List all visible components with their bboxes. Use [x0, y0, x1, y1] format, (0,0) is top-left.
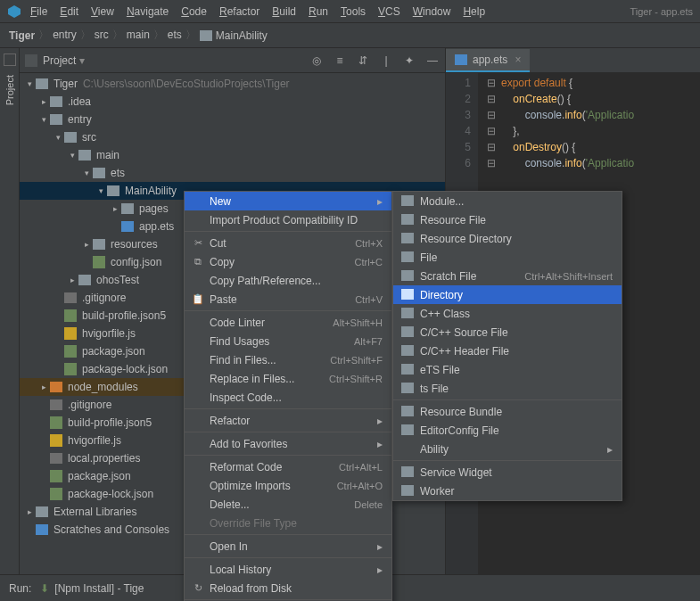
sort-icon[interactable]: ≡	[333, 54, 347, 67]
tree-label: ets	[111, 167, 125, 179]
run-task: [Npm Install] - Tige	[54, 582, 144, 595]
breadcrumb-last[interactable]: MainAbility	[216, 29, 268, 42]
menu-help[interactable]: Help	[463, 5, 485, 18]
menu-item-new[interactable]: New▸	[185, 192, 391, 210]
menu-edit[interactable]: Edit	[60, 5, 78, 18]
tab-label: app.ets	[473, 54, 507, 66]
menu-vcs[interactable]: VCS	[378, 5, 400, 18]
menu-item-ts-file[interactable]: ts File	[393, 379, 622, 398]
breadcrumb-part[interactable]: main	[127, 29, 150, 41]
file-icon	[50, 488, 62, 500]
menu-tools[interactable]: Tools	[341, 5, 366, 18]
menu-item-find-in-files-[interactable]: Find in Files...Ctrl+Shift+F	[185, 350, 391, 369]
project-icon	[25, 54, 37, 67]
menu-item-c-c-header-file[interactable]: C/C++ Header File	[393, 342, 622, 360]
sidebar-toolbar: ◎ ≡ ⇵ | ✦ —	[309, 54, 440, 67]
menu-item-c-class[interactable]: C++ Class	[393, 304, 622, 323]
window-subtitle: Tiger - app.ets	[630, 6, 693, 17]
expand-icon[interactable]: ⇵	[356, 54, 370, 67]
folder-icon	[200, 30, 212, 41]
download-icon[interactable]: ⬇	[40, 582, 49, 595]
title-bar: FileEditViewNavigateCodeRefactorBuildRun…	[0, 0, 700, 23]
menu-item-copy[interactable]: ⧉CopyCtrl+C	[185, 252, 391, 271]
gutter-icon[interactable]	[4, 54, 16, 66]
menu-item-file[interactable]: File	[393, 248, 622, 267]
file-icon	[64, 309, 77, 322]
tree-item-idea[interactable]: ▸.idea	[20, 93, 445, 111]
tree-item-entry[interactable]: ▾entry	[20, 111, 445, 128]
close-icon[interactable]: ×	[515, 54, 521, 66]
menu-item-replace-in-files-[interactable]: Replace in Files...Ctrl+Shift+R	[185, 369, 391, 388]
chevron-down-icon[interactable]: ▾	[79, 54, 85, 67]
menu-item-import-product-compatibility-id[interactable]: Import Product Compatibility ID	[185, 210, 391, 229]
menu-item-delete-[interactable]: Delete...Delete	[185, 495, 391, 514]
menu-item-copy-path-reference-[interactable]: Copy Path/Reference...	[185, 271, 391, 290]
menu-run[interactable]: Run	[309, 5, 328, 18]
tree-item-root[interactable]: ▾TigerC:\Users\soonl\DevEcoStudioProject…	[20, 75, 445, 93]
menu-item-optimize-imports[interactable]: Optimize ImportsCtrl+Alt+O	[185, 476, 391, 495]
menu-item-resource-bundle[interactable]: Resource Bundle	[393, 402, 622, 421]
tree-label: .idea	[68, 95, 91, 108]
menu-item-open-in[interactable]: Open In▸	[185, 537, 391, 556]
menu-item-paste[interactable]: 📋PasteCtrl+V	[185, 290, 391, 309]
menu-item-ets-file[interactable]: eTS File	[393, 360, 622, 379]
tree-label: config.json	[111, 256, 161, 268]
target-icon[interactable]: ◎	[309, 54, 324, 67]
file-icon	[64, 292, 77, 303]
tree-label: MainAbility	[125, 185, 177, 197]
file-icon	[50, 453, 62, 464]
file-icon	[36, 524, 48, 535]
menu-item-directory[interactable]: Directory	[393, 285, 622, 304]
breadcrumb: Tiger 〉entry〉src〉main〉ets 〉 MainAbility	[0, 23, 700, 48]
menu-item-resource-directory[interactable]: Resource Directory	[393, 229, 622, 248]
breadcrumb-part[interactable]: entry	[53, 29, 77, 41]
menu-view[interactable]: View	[91, 5, 114, 18]
menu-item-worker[interactable]: Worker	[393, 482, 622, 500]
menu-item-local-history[interactable]: Local History▸	[185, 560, 391, 579]
menu-navigate[interactable]: Navigate	[127, 5, 169, 18]
menu-item-inspect-code-[interactable]: Inspect Code...	[185, 388, 391, 407]
tree-label: package.json	[82, 345, 145, 358]
menu-code[interactable]: Code	[181, 5, 207, 18]
tree-label: entry	[68, 113, 92, 126]
tree-item-src[interactable]: ▾src	[20, 128, 445, 146]
project-tool-tab[interactable]: Project	[3, 71, 17, 109]
menu-window[interactable]: Window	[413, 5, 451, 18]
menu-refactor[interactable]: Refactor	[219, 5, 259, 18]
editor-tab[interactable]: app.ets ×	[446, 49, 530, 72]
menu-item-scratch-file[interactable]: Scratch FileCtrl+Alt+Shift+Insert	[393, 267, 622, 285]
sidebar-title[interactable]: Project	[43, 54, 76, 67]
file-icon	[93, 168, 105, 178]
breadcrumb-part[interactable]: src	[95, 29, 109, 41]
menu-item-module-[interactable]: Module...	[393, 192, 622, 210]
tree-item-ets[interactable]: ▾ets	[20, 164, 445, 182]
new-submenu: Module...Resource FileResource Directory…	[392, 191, 622, 501]
tool-window-stripe: Project	[0, 48, 20, 574]
menu-item-editorconfig-file[interactable]: EditorConfig File	[393, 421, 622, 440]
gear-icon[interactable]: ✦	[402, 54, 416, 67]
menu-item-c-c-source-file[interactable]: C/C++ Source File	[393, 323, 622, 342]
minimize-icon[interactable]: —	[425, 54, 440, 67]
tree-label: External Libraries	[54, 506, 136, 518]
tree-label: package-lock.json	[68, 488, 153, 500]
tree-label: Scratches and Consoles	[54, 523, 169, 536]
tree-item-main[interactable]: ▾main	[20, 146, 445, 164]
menu-item-resource-file[interactable]: Resource File	[393, 210, 622, 229]
menu-item-reformat-code[interactable]: Reformat CodeCtrl+Alt+L	[185, 457, 391, 476]
breadcrumb-part[interactable]: ets	[168, 29, 182, 41]
tree-label: src	[82, 131, 96, 144]
menu-item-find-usages[interactable]: Find UsagesAlt+F7	[185, 332, 391, 350]
file-icon	[64, 132, 77, 143]
menu-item-refactor[interactable]: Refactor▸	[185, 411, 391, 430]
menu-file[interactable]: File	[30, 5, 47, 18]
menu-item-service-widget[interactable]: Service Widget	[393, 463, 622, 482]
file-icon	[121, 203, 134, 214]
menu-item-ability[interactable]: Ability▸	[393, 440, 622, 458]
menu-item-reload-from-disk[interactable]: ↻Reload from Disk	[185, 579, 391, 597]
menu-item-code-linter[interactable]: Code LinterAlt+Shift+H	[185, 313, 391, 332]
tree-label: pages	[139, 202, 169, 215]
menu-item-add-to-favorites[interactable]: Add to Favorites▸	[185, 434, 391, 453]
menu-item-cut[interactable]: ✂CutCtrl+X	[185, 234, 391, 252]
breadcrumb-root[interactable]: Tiger	[9, 29, 35, 42]
menu-build[interactable]: Build	[272, 5, 296, 18]
